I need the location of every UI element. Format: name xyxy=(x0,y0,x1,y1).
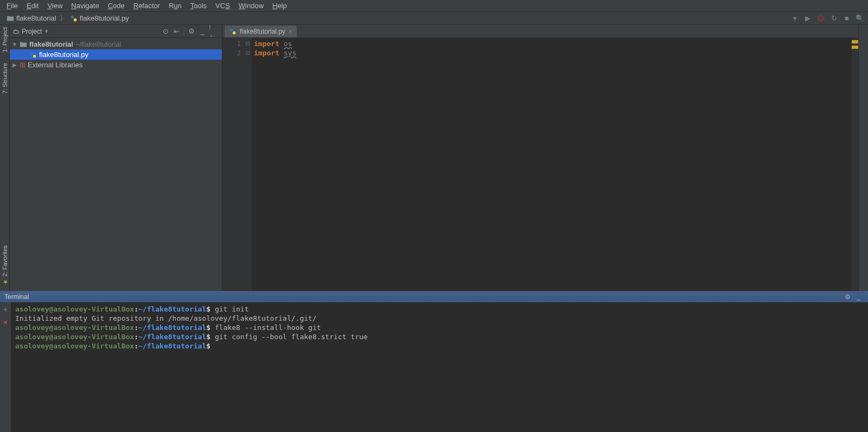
project-view-label[interactable]: Project xyxy=(22,28,42,35)
gear-icon[interactable]: ⚙ xyxy=(187,27,196,36)
breadcrumb-separator: 〉 xyxy=(60,14,67,23)
tree-root[interactable]: ▼ flake8tutorial ~/flake8tutorial xyxy=(10,39,222,49)
identifier: sys xyxy=(284,49,296,57)
tool-tab-structure[interactable]: 7: Structure xyxy=(2,63,8,94)
menu-run[interactable]: Run xyxy=(164,1,186,11)
svg-rect-0 xyxy=(71,15,73,18)
menu-navigate[interactable]: Navigate xyxy=(67,1,103,11)
warning-mark[interactable] xyxy=(852,46,858,49)
editor-tab-label: flake8tutorial.py xyxy=(240,28,285,35)
breadcrumb-file-label: flake8tutorial.py xyxy=(80,14,129,22)
folder-icon xyxy=(7,15,14,22)
menu-tools[interactable]: Tools xyxy=(186,1,211,11)
right-tool-gutter xyxy=(858,25,868,291)
code-editor[interactable]: 1 2 ⊟ ⊟ import os import sys xyxy=(222,38,858,291)
stop-button[interactable]: ■ xyxy=(842,14,852,23)
terminal-content[interactable]: asolovey@asolovey-VirtualBox:~/flake8tut… xyxy=(11,302,868,432)
project-panel-header: 🗀 Project ▼ ⊙ ⇤ | ⚙ ⎯ !← xyxy=(10,25,222,38)
svg-rect-5 xyxy=(233,31,235,34)
keyword: import xyxy=(254,40,279,48)
tree-root-name: flake8tutorial xyxy=(29,40,73,48)
line-number-gutter: 1 2 xyxy=(222,38,244,291)
menu-help[interactable]: Help xyxy=(268,1,291,11)
menu-file[interactable]: File xyxy=(2,1,22,11)
python-file-icon xyxy=(229,28,237,35)
project-view-icon: 🗀 xyxy=(13,28,20,35)
hide-icon[interactable]: ⎯ xyxy=(854,293,863,301)
expand-arrow-icon[interactable]: ▶ xyxy=(12,62,17,68)
menu-view[interactable]: View xyxy=(43,1,67,11)
svg-rect-2 xyxy=(30,52,33,54)
new-session-icon[interactable]: + xyxy=(3,306,8,314)
main-menu-bar: File Edit View Navigate Code Refactor Ru… xyxy=(0,0,868,12)
svg-rect-3 xyxy=(33,55,36,58)
editor-tab-bar: flake8tutorial.py × xyxy=(222,25,858,38)
run-coverage-button[interactable]: ↻ xyxy=(829,14,839,23)
svg-rect-4 xyxy=(230,29,233,31)
close-tab-icon[interactable]: × xyxy=(289,28,292,35)
hide-icon[interactable]: ⎯ xyxy=(198,27,207,36)
search-everywhere-button[interactable]: 🔍 xyxy=(855,14,865,23)
breadcrumb-project-label: flake8tutorial xyxy=(16,14,56,22)
menu-edit[interactable]: Edit xyxy=(22,1,43,11)
project-tool-window: 🗀 Project ▼ ⊙ ⇤ | ⚙ ⎯ !← ▼ flake8tutoria… xyxy=(10,25,222,291)
close-session-icon[interactable]: × xyxy=(3,318,8,326)
terminal-header[interactable]: Terminal ⚙ ⎯ xyxy=(0,291,868,302)
menu-window[interactable]: Window xyxy=(234,1,268,11)
terminal-title: Terminal xyxy=(4,293,29,301)
menu-refactor[interactable]: Refactor xyxy=(129,1,164,11)
breadcrumb-project[interactable]: flake8tutorial xyxy=(3,14,60,22)
keyword: import xyxy=(254,49,279,57)
python-file-icon xyxy=(70,15,78,22)
minimize-icon[interactable]: !← xyxy=(209,27,218,36)
left-tool-gutter: 1: Project 7: Structure ★ 2: Favorites xyxy=(0,25,10,291)
library-icon: ⊞ xyxy=(20,61,25,69)
fold-marker-icon[interactable]: ⊟ xyxy=(244,39,252,48)
tool-tab-project[interactable]: 1: Project xyxy=(2,27,8,52)
menu-code[interactable]: Code xyxy=(104,1,129,11)
tool-tab-favorites[interactable]: ★ 2: Favorites xyxy=(1,245,8,285)
fold-marker-icon[interactable]: ⊟ xyxy=(244,48,252,58)
identifier: os xyxy=(284,40,292,48)
tree-file-selected[interactable]: flake8tutorial.py xyxy=(10,49,222,60)
breadcrumb-file[interactable]: flake8tutorial.py xyxy=(67,14,132,22)
terminal-side-toolbar: + × xyxy=(0,302,11,432)
breadcrumb-bar: flake8tutorial 〉 flake8tutorial.py ▾ ▶ 🐞… xyxy=(0,12,868,25)
debug-button[interactable]: 🐞 xyxy=(816,14,826,23)
folder-icon xyxy=(20,41,27,48)
run-config-dropdown[interactable]: ▾ xyxy=(790,14,800,23)
scroll-from-source-icon[interactable]: ⊙ xyxy=(162,27,170,36)
svg-rect-1 xyxy=(74,18,76,21)
chevron-down-icon[interactable]: ▼ xyxy=(44,29,49,34)
run-button[interactable]: ▶ xyxy=(803,14,813,23)
code-content[interactable]: import os import sys xyxy=(252,38,852,291)
tree-ext-label: External Libraries xyxy=(28,61,82,69)
line-number: 2 xyxy=(222,48,241,58)
tree-file-label: flake8tutorial.py xyxy=(39,50,88,59)
editor-area: flake8tutorial.py × 1 2 ⊟ ⊟ import os im… xyxy=(222,25,858,291)
line-number: 1 xyxy=(222,39,241,48)
tree-root-path: ~/flake8tutorial xyxy=(75,40,122,48)
warning-mark[interactable] xyxy=(852,40,858,43)
terminal-tool-window: Terminal ⚙ ⎯ + × asolovey@asolovey-Virtu… xyxy=(0,291,868,432)
gear-icon[interactable]: ⚙ xyxy=(843,293,852,301)
project-tree[interactable]: ▼ flake8tutorial ~/flake8tutorial flake8… xyxy=(10,38,222,291)
fold-gutter: ⊟ ⊟ xyxy=(244,38,252,291)
editor-tab[interactable]: flake8tutorial.py × xyxy=(225,26,297,37)
collapse-all-icon[interactable]: ⇤ xyxy=(173,27,181,36)
expand-arrow-icon[interactable]: ▼ xyxy=(12,41,17,47)
menu-vcs[interactable]: VCS xyxy=(211,1,234,11)
error-stripe[interactable] xyxy=(852,38,858,291)
python-file-icon xyxy=(29,51,37,59)
tree-external-libs[interactable]: ▶ ⊞ External Libraries xyxy=(10,60,222,70)
